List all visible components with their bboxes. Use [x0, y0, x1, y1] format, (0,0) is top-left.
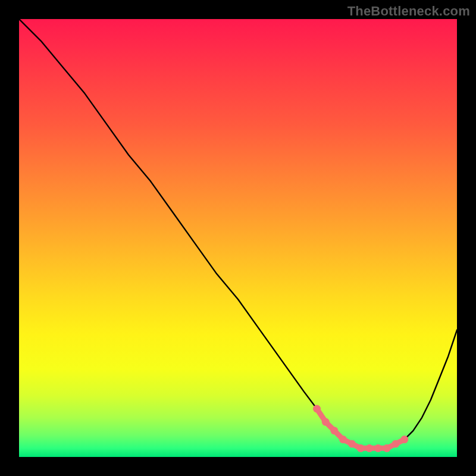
curve-svg [19, 19, 457, 457]
marker-dot [348, 440, 356, 447]
marker-dot [383, 444, 391, 452]
marker-dot [374, 444, 382, 452]
marker-dot [330, 427, 338, 434]
chart-frame: TheBottleneck.com [0, 0, 476, 476]
marker-dot [392, 440, 400, 447]
bottleneck-curve [19, 19, 457, 448]
marker-dot [400, 436, 408, 443]
marker-dot [313, 405, 321, 413]
marker-dot [357, 444, 365, 452]
marker-dot [322, 418, 330, 426]
optimal-range-markers [313, 405, 408, 452]
optimal-range-line [317, 409, 405, 448]
marker-dot [365, 444, 373, 452]
marker-dot [339, 436, 347, 443]
watermark-text: TheBottleneck.com [347, 4, 470, 19]
chart-plot-area [19, 19, 457, 457]
